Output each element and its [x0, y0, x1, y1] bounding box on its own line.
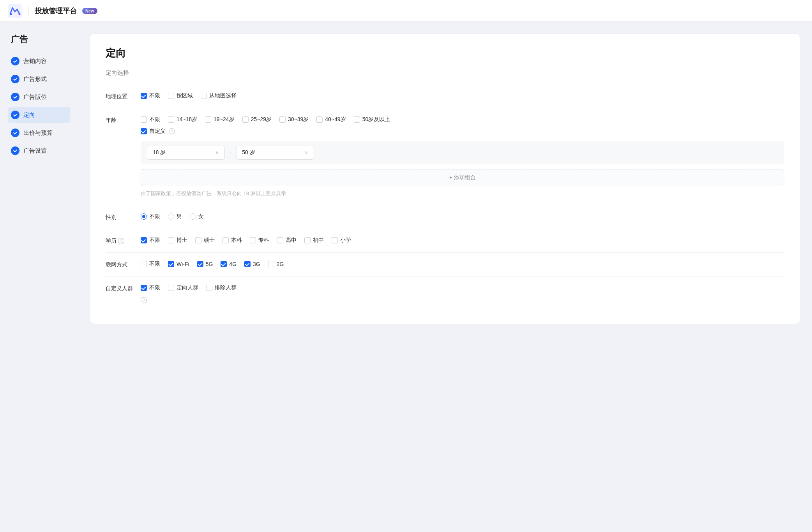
net-3g-label: 3G	[253, 261, 260, 267]
edu-highschool-label: 高中	[286, 237, 297, 244]
edu-primary-checkbox[interactable]: 小学	[332, 237, 351, 244]
sidebar-item-label-bidding: 出价与预算	[23, 129, 53, 137]
network-options: 不限 Wi-Fi 5G 4G	[141, 261, 784, 268]
edu-bachelor-checkbox[interactable]: 本科	[222, 237, 242, 244]
edu-middle-label: 初中	[313, 237, 324, 244]
net-3g-checkbox[interactable]: 3G	[244, 261, 260, 267]
aud-all-box	[141, 285, 147, 291]
custom-audience-label: 自定义人群	[106, 284, 141, 292]
gender-male-label: 男	[177, 213, 182, 220]
location-all-checkbox[interactable]: 不限	[141, 92, 160, 99]
age-14-18-checkbox[interactable]: 14~18岁	[168, 116, 197, 123]
edu-phd-label: 博士	[177, 237, 187, 244]
age-all-label: 不限	[149, 116, 160, 123]
net-wifi-checkbox[interactable]: Wi-Fi	[168, 261, 189, 267]
net-all-label: 不限	[149, 261, 160, 268]
age-40-49-checkbox[interactable]: 40~49岁	[316, 116, 346, 123]
sidebar-item-ad-placement[interactable]: 广告版位	[8, 89, 70, 105]
age-from-arrow-icon: ∨	[215, 150, 219, 155]
location-map-label: 从地图选择	[209, 92, 237, 99]
sidebar: 广告 营销内容 广告形式 广告版位 定向	[0, 22, 78, 532]
education-options: 不限 博士 硕士 本科	[141, 237, 784, 244]
edu-middle-box	[304, 237, 311, 243]
age-range-separator: -	[229, 149, 231, 156]
age-to-arrow-icon: ∨	[305, 150, 308, 155]
aud-all-checkbox[interactable]: 不限	[141, 284, 160, 291]
sidebar-item-label-marketing: 营销内容	[23, 58, 47, 65]
location-label: 地理位置	[106, 92, 141, 100]
edu-college-checkbox[interactable]: 专科	[250, 237, 269, 244]
education-label: 学历 ?	[106, 237, 141, 245]
age-50plus-label: 50岁及以上	[362, 116, 390, 123]
sidebar-item-ad-format[interactable]: 广告形式	[8, 71, 70, 87]
net-5g-box	[197, 261, 203, 267]
aud-targeted-box	[168, 285, 174, 291]
sidebar-item-bidding[interactable]: 出价与预算	[8, 125, 70, 141]
edu-college-label: 专科	[258, 237, 269, 244]
age-25-29-label: 25~29岁	[251, 116, 272, 123]
aud-all-label: 不限	[149, 284, 160, 291]
edu-phd-checkbox[interactable]: 博士	[168, 237, 187, 244]
education-row: 学历 ? 不限 博士 硕士	[106, 229, 784, 253]
custom-audience-options: 不限 定向人群 排除人群 ?	[141, 284, 784, 303]
age-19-24-checkbox[interactable]: 19~24岁	[205, 116, 234, 123]
location-all-checkbox-box	[141, 93, 147, 99]
sidebar-item-marketing[interactable]: 营销内容	[8, 53, 70, 69]
age-help-icon[interactable]: ?	[169, 128, 175, 134]
net-4g-box	[221, 261, 227, 267]
logo-icon	[8, 4, 22, 18]
age-30-39-checkbox[interactable]: 30~39岁	[279, 116, 309, 123]
header-divider	[28, 6, 28, 16]
sidebar-item-label-adsettings: 广告设置	[23, 147, 47, 155]
add-group-button[interactable]: + 添加组合	[141, 169, 784, 186]
age-to-select[interactable]: 50 岁 ∨	[236, 146, 314, 160]
form-card: 定向 定向选择 地理位置 不限 按区域 从地图选择	[90, 33, 800, 324]
net-wifi-box	[168, 261, 174, 267]
gender-male-radio[interactable]: 男	[168, 213, 182, 220]
education-help-icon[interactable]: ?	[118, 238, 124, 244]
location-region-checkbox[interactable]: 按区域	[168, 92, 193, 99]
age-50plus-checkbox[interactable]: 50岁及以上	[354, 116, 390, 123]
gender-female-label: 女	[198, 213, 204, 220]
age-25-29-checkbox[interactable]: 25~29岁	[242, 116, 272, 123]
net-2g-box	[268, 261, 274, 267]
net-5g-checkbox[interactable]: 5G	[197, 261, 213, 267]
sidebar-item-ad-settings[interactable]: 广告设置	[8, 143, 70, 159]
adformat-check-icon	[11, 75, 19, 83]
age-custom-box	[141, 128, 147, 134]
main-content: 定向 定向选择 地理位置 不限 按区域 从地图选择	[78, 22, 812, 532]
header-title: 投放管理平台	[35, 6, 77, 16]
edu-master-checkbox[interactable]: 硕士	[195, 237, 215, 244]
age-custom-checkbox[interactable]: 自定义	[141, 128, 166, 135]
net-all-checkbox[interactable]: 不限	[141, 261, 160, 268]
edu-phd-box	[168, 237, 174, 243]
age-14-18-box	[168, 116, 174, 123]
edu-college-box	[250, 237, 256, 243]
edu-middle-checkbox[interactable]: 初中	[304, 237, 324, 244]
age-14-18-label: 14~18岁	[177, 116, 197, 123]
edu-all-label: 不限	[149, 237, 160, 244]
gender-female-radio[interactable]: 女	[190, 213, 204, 220]
header: 投放管理平台 New	[0, 0, 812, 22]
age-label: 年龄	[106, 116, 141, 124]
targeting-check-icon	[11, 111, 19, 119]
location-map-checkbox[interactable]: 从地图选择	[201, 92, 237, 99]
net-2g-checkbox[interactable]: 2G	[268, 261, 284, 267]
aud-excluded-checkbox[interactable]: 排除人群	[206, 284, 237, 291]
gender-all-radio-circle	[141, 213, 147, 220]
edu-highschool-checkbox[interactable]: 高中	[277, 237, 297, 244]
age-19-24-box	[205, 116, 211, 123]
audience-help-icon[interactable]: ?	[141, 297, 147, 303]
net-4g-checkbox[interactable]: 4G	[221, 261, 237, 267]
age-30-39-box	[279, 116, 286, 123]
edu-all-box	[141, 237, 147, 243]
age-from-select[interactable]: 18 岁 ∨	[147, 146, 225, 160]
sidebar-item-targeting[interactable]: 定向	[8, 107, 70, 123]
edu-all-checkbox[interactable]: 不限	[141, 237, 160, 244]
aud-targeted-checkbox[interactable]: 定向人群	[168, 284, 198, 291]
age-custom-label: 自定义	[149, 128, 166, 135]
age-custom-section: 18 岁 ∨ - 50 岁 ∨ + 添加组合 由于国家政策，若投放酒类广告，系统…	[141, 141, 784, 197]
age-19-24-label: 19~24岁	[214, 116, 234, 123]
age-all-checkbox[interactable]: 不限	[141, 116, 160, 123]
gender-all-radio[interactable]: 不限	[141, 213, 160, 220]
